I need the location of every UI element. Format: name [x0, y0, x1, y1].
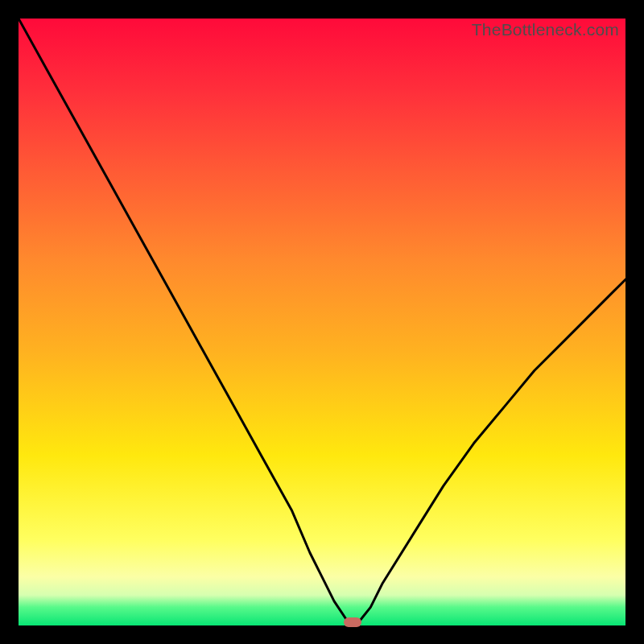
- chart-frame: TheBottleneck.com: [0, 0, 644, 644]
- plot-area: TheBottleneck.com: [19, 19, 625, 625]
- bottleneck-curve: [19, 19, 625, 625]
- optimum-marker: [344, 617, 361, 627]
